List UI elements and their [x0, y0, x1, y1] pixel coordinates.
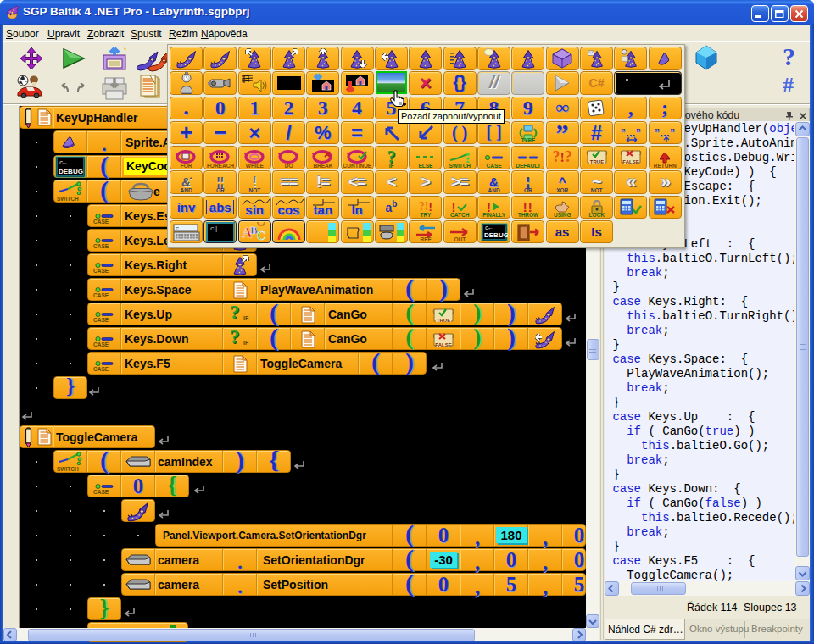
svg-text:c: c: [176, 225, 179, 231]
svg-text:C: C: [257, 230, 265, 242]
svg-text:FALSE: FALSE: [435, 341, 451, 347]
svg-text:FALSE: FALSE: [622, 158, 638, 164]
svg-text:c←: c←: [59, 159, 67, 166]
svg-text:c|: c|: [210, 225, 219, 232]
svg-text:DEBUG: DEBUG: [59, 168, 83, 175]
svg-text:TRUE: TRUE: [437, 317, 450, 322]
svg-text:DEBUG: DEBUG: [484, 231, 508, 239]
svg-text:TRUE: TRUE: [589, 158, 603, 164]
svg-text:c←: c←: [485, 225, 493, 231]
